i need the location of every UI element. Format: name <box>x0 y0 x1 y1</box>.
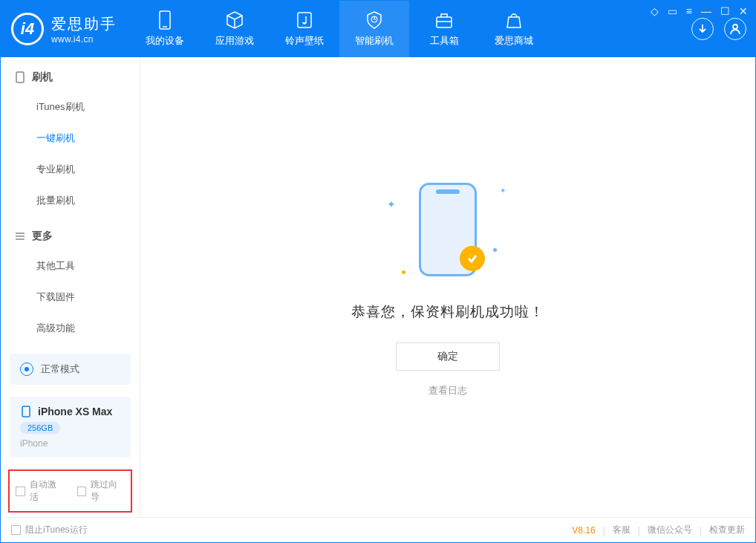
sidebar-section-more: 更多 <box>1 216 140 250</box>
checkbox-label: 跳过向导 <box>91 478 125 504</box>
version-label: V8.16 <box>572 525 595 536</box>
nav-tab-apps[interactable]: 应用游戏 <box>200 1 270 57</box>
nav-tab-my-device[interactable]: 我的设备 <box>130 1 200 57</box>
svg-rect-3 <box>437 17 452 27</box>
titlebar: ◇ ▭ ≡ — ☐ ✕ i4 爱思助手 www.i4.cn 我的设备 应用游戏 <box>1 1 755 57</box>
list-icon[interactable]: ≡ <box>686 5 692 17</box>
body: 刷机 iTunes刷机 一键刷机 专业刷机 批量刷机 更多 其他工具 下载固件 … <box>1 57 755 517</box>
sidebar-item-onekey-flash[interactable]: 一键刷机 <box>1 123 140 154</box>
check-badge-icon <box>460 246 485 271</box>
sparkle-icon: ✦ <box>387 198 396 210</box>
footer-link-update[interactable]: 检查更新 <box>709 524 745 536</box>
nav-tabs: 我的设备 应用游戏 铃声壁纸 智能刷机 工具箱 爱思商城 <box>130 1 549 57</box>
footer-link-wechat[interactable]: 微信公众号 <box>648 524 692 536</box>
dot-icon <box>402 270 405 274</box>
svg-rect-9 <box>22 406 30 417</box>
sidebar: 刷机 iTunes刷机 一键刷机 专业刷机 批量刷机 更多 其他工具 下载固件 … <box>1 57 140 517</box>
device-type: iPhone <box>20 438 120 449</box>
nav-tab-label: 智能刷机 <box>355 34 394 48</box>
menu-icon[interactable]: ▭ <box>668 5 677 17</box>
sidebar-section-flash: 刷机 <box>1 57 140 91</box>
store-icon <box>504 10 524 30</box>
device-icon <box>155 10 175 30</box>
ok-button[interactable]: 确定 <box>396 342 500 371</box>
section-title: 更多 <box>32 230 53 243</box>
nav-tab-label: 爱思商城 <box>495 34 533 48</box>
checkbox-box-icon <box>77 487 87 496</box>
nav-tab-ringtones[interactable]: 铃声壁纸 <box>270 1 339 57</box>
nav-tab-label: 我的设备 <box>146 34 184 48</box>
mode-label: 正常模式 <box>41 362 79 376</box>
logo-area: i4 爱思助手 www.i4.cn <box>1 1 130 57</box>
nav-tab-store[interactable]: 爱思商城 <box>479 1 549 57</box>
checkbox-box-icon <box>11 525 21 535</box>
user-button[interactable] <box>724 18 746 40</box>
logo-icon: i4 <box>11 13 44 45</box>
device-name: iPhone XS Max <box>38 406 112 417</box>
checkbox-block-itunes[interactable]: 阻止iTunes运行 <box>11 524 88 536</box>
footer: 阻止iTunes运行 V8.16 | 客服 | 微信公众号 | 检查更新 <box>1 517 755 542</box>
window-controls: ◇ ▭ ≡ — ☐ ✕ <box>651 5 748 17</box>
sidebar-item-pro-flash[interactable]: 专业刷机 <box>1 154 140 185</box>
theme-icon[interactable]: ◇ <box>651 5 659 17</box>
maximize-icon[interactable]: ☐ <box>720 5 730 17</box>
view-log-link[interactable]: 查看日志 <box>428 384 467 397</box>
logo-text: 爱思助手 www.i4.cn <box>51 14 117 45</box>
checkbox-label: 自动激活 <box>30 478 64 504</box>
checkbox-label: 阻止iTunes运行 <box>25 524 88 536</box>
sidebar-item-itunes-flash[interactable]: iTunes刷机 <box>1 91 140 123</box>
sidebar-item-batch-flash[interactable]: 批量刷机 <box>1 185 140 216</box>
minimize-icon[interactable]: — <box>701 5 711 17</box>
sidebar-item-advanced[interactable]: 高级功能 <box>1 313 140 344</box>
mode-card[interactable]: 正常模式 <box>10 354 131 385</box>
success-message: 恭喜您，保资料刷机成功啦！ <box>351 302 544 322</box>
footer-link-support[interactable]: 客服 <box>613 524 630 536</box>
footer-right: V8.16 | 客服 | 微信公众号 | 检查更新 <box>572 524 745 536</box>
success-illustration: ✦ ✦ <box>381 178 515 282</box>
nav-tab-label: 铃声壁纸 <box>285 34 324 48</box>
close-icon[interactable]: ✕ <box>739 5 748 17</box>
sparkle-icon: ✦ <box>500 186 506 195</box>
nav-tab-label: 工具箱 <box>430 34 459 48</box>
app-url: www.i4.cn <box>51 34 117 45</box>
checkbox-box-icon <box>16 487 25 496</box>
device-card[interactable]: iPhone XS Max 256GB iPhone <box>10 397 131 458</box>
sidebar-item-other-tools[interactable]: 其他工具 <box>1 250 140 282</box>
app-window: ◇ ▭ ≡ — ☐ ✕ i4 爱思助手 www.i4.cn 我的设备 应用游戏 <box>0 0 756 543</box>
cube-icon <box>225 10 244 30</box>
download-button[interactable] <box>691 18 714 40</box>
nav-tab-flash[interactable]: 智能刷机 <box>339 1 409 57</box>
main-panel: ✦ ✦ 恭喜您，保资料刷机成功啦！ 确定 查看日志 <box>140 57 755 517</box>
svg-rect-2 <box>298 13 311 27</box>
sidebar-item-download-firmware[interactable]: 下载固件 <box>1 282 140 313</box>
phone-icon <box>20 406 32 417</box>
checkbox-skip-wizard[interactable]: 跳过向导 <box>77 478 126 504</box>
shield-icon <box>365 10 384 30</box>
app-name: 爱思助手 <box>51 14 117 34</box>
highlighted-checkbox-row: 自动激活 跳过向导 <box>8 469 132 513</box>
music-icon <box>295 10 314 30</box>
section-title: 刷机 <box>32 71 53 84</box>
toolbox-icon <box>434 10 454 30</box>
mode-dot-icon <box>20 362 33 376</box>
svg-rect-5 <box>16 72 24 82</box>
checkbox-auto-activate[interactable]: 自动激活 <box>16 478 64 504</box>
nav-tab-label: 应用游戏 <box>215 34 254 48</box>
svg-point-4 <box>733 25 737 29</box>
device-storage-badge: 256GB <box>20 422 60 434</box>
nav-tab-toolbox[interactable]: 工具箱 <box>409 1 479 57</box>
dot-icon <box>493 248 497 252</box>
